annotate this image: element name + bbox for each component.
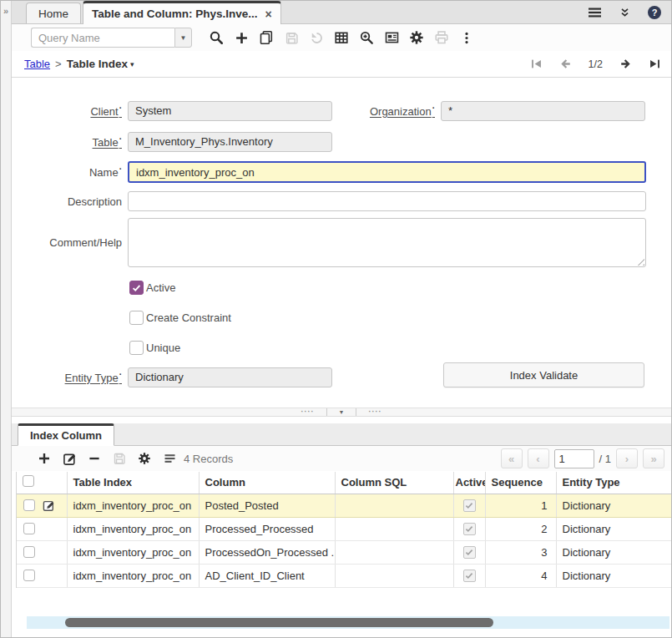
table-row[interactable]: idxm_inventory_proc_onPosted_Posted1Dict… bbox=[17, 494, 672, 517]
cell-column-sql bbox=[335, 494, 453, 517]
horizontal-scrollbar[interactable] bbox=[27, 616, 669, 629]
report-icon[interactable] bbox=[381, 27, 402, 48]
organization-field: * bbox=[441, 101, 645, 121]
cell-table-index: idxm_inventory_proc_on bbox=[67, 540, 199, 564]
page-number-input[interactable] bbox=[554, 449, 594, 468]
cell-column-sql bbox=[335, 564, 453, 587]
query-dropdown-button[interactable]: ▼ bbox=[174, 28, 192, 48]
column-header-table-index[interactable]: Table Index bbox=[67, 472, 199, 494]
row-select-checkbox[interactable] bbox=[23, 546, 35, 558]
cell-column: AD_Client_ID_Client bbox=[199, 564, 335, 587]
cell-table-index: idxm_inventory_proc_on bbox=[67, 564, 199, 587]
name-input[interactable] bbox=[128, 161, 646, 183]
window-tabbar: Home Table and Column: Phys.Inve... × ? bbox=[12, 1, 671, 24]
create-constraint-label: Create Constraint bbox=[146, 311, 231, 324]
table-field: M_Inventory_Phys.Inventory bbox=[128, 132, 332, 152]
grid-pagination: « ‹ / 1 › » bbox=[501, 448, 664, 468]
page-last-icon[interactable]: » bbox=[643, 448, 664, 468]
query-name-input[interactable] bbox=[31, 28, 174, 48]
expand-sidebar-icon[interactable]: » bbox=[3, 6, 8, 16]
table-row[interactable]: idxm_inventory_proc_onProcessedOn_Proces… bbox=[17, 540, 672, 564]
find-icon[interactable] bbox=[205, 27, 227, 48]
active-readonly-checkbox bbox=[463, 499, 476, 512]
tab-index-column[interactable]: Index Column bbox=[18, 423, 114, 446]
cell-sequence: 2 bbox=[485, 517, 556, 540]
row-select-checkbox[interactable] bbox=[23, 499, 35, 511]
application-window: » Home Table and Column: Phys.Inve... × … bbox=[0, 0, 672, 638]
help-icon[interactable]: ? bbox=[648, 6, 661, 19]
entity-type-label[interactable]: Entity Type· bbox=[24, 370, 122, 384]
page-previous-icon[interactable]: ‹ bbox=[528, 448, 549, 468]
more-actions-icon[interactable] bbox=[456, 27, 477, 48]
row-select-checkbox[interactable] bbox=[23, 570, 35, 581]
page-next-icon[interactable]: › bbox=[616, 448, 638, 468]
column-header-column-sql[interactable]: Column SQL bbox=[335, 472, 453, 494]
breadcrumb-table-link[interactable]: Table bbox=[24, 58, 50, 70]
page-first-icon[interactable]: « bbox=[501, 448, 523, 468]
splitter-grip-icon[interactable]: ···· bbox=[290, 408, 326, 416]
column-header-column[interactable]: Column bbox=[199, 472, 335, 494]
table-row: Table· M_Inventory_Phys.Inventory bbox=[24, 132, 646, 152]
first-record-icon[interactable] bbox=[530, 58, 543, 70]
close-tab-icon[interactable]: × bbox=[265, 8, 272, 21]
record-count: 4 Records bbox=[184, 453, 233, 465]
previous-record-icon[interactable] bbox=[559, 58, 572, 70]
create-constraint-checkbox[interactable] bbox=[129, 311, 144, 325]
new-record-icon[interactable] bbox=[230, 27, 252, 48]
save-icon bbox=[280, 27, 302, 48]
unique-checkbox-row[interactable]: Unique bbox=[129, 341, 180, 355]
scrollbar-thumb[interactable] bbox=[65, 618, 493, 627]
table-label[interactable]: Table· bbox=[24, 134, 122, 149]
unique-checkbox[interactable] bbox=[129, 341, 144, 355]
grid-header-row: Table IndexColumnColumn SQLActiveSequenc… bbox=[17, 472, 672, 494]
edit-record-icon[interactable] bbox=[43, 499, 55, 512]
active-checkbox-row[interactable]: Active bbox=[129, 281, 175, 295]
copy-record-icon[interactable] bbox=[255, 27, 277, 48]
active-checkbox[interactable] bbox=[129, 281, 144, 295]
create-constraint-checkbox-row[interactable]: Create Constraint bbox=[129, 311, 231, 325]
new-row-icon[interactable] bbox=[34, 448, 54, 468]
tab-home[interactable]: Home bbox=[26, 3, 81, 23]
select-all-checkbox[interactable] bbox=[23, 475, 34, 487]
client-label[interactable]: Client· bbox=[24, 104, 122, 118]
panel-splitter[interactable]: ···· ▼ ···· bbox=[12, 408, 671, 417]
grid-toggle-icon[interactable] bbox=[331, 27, 352, 48]
menu-icon[interactable] bbox=[588, 7, 602, 18]
table-row[interactable]: idxm_inventory_proc_onProcessed_Processe… bbox=[17, 517, 672, 540]
index-column-grid: Table IndexColumnColumn SQLActiveSequenc… bbox=[16, 472, 671, 588]
delete-row-icon[interactable] bbox=[84, 448, 104, 468]
print-icon bbox=[431, 27, 452, 48]
column-header-sequence[interactable]: Sequence bbox=[485, 472, 556, 494]
column-header-active[interactable]: Active bbox=[453, 472, 485, 494]
organization-label[interactable]: Organization· bbox=[332, 104, 435, 118]
table-row[interactable]: idxm_inventory_proc_onAD_Client_ID_Clien… bbox=[17, 564, 672, 587]
west-panel-collapsed[interactable]: » bbox=[1, 1, 12, 637]
breadcrumb-current-dropdown[interactable]: Table Index▾ bbox=[67, 58, 134, 70]
comment-label: Comment/Help bbox=[24, 236, 122, 249]
tab-label: Table and Column: Phys.Inve... bbox=[92, 8, 258, 20]
splitter-collapse-icon[interactable]: ▼ bbox=[326, 408, 357, 416]
index-validate-button[interactable]: Index Validate bbox=[443, 362, 644, 387]
undo-icon bbox=[306, 27, 327, 48]
process-icon[interactable] bbox=[406, 27, 427, 48]
row-select-checkbox[interactable] bbox=[23, 523, 35, 534]
active-readonly-checkbox bbox=[463, 570, 476, 582]
cell-column-sql bbox=[335, 517, 453, 540]
next-record-icon[interactable] bbox=[619, 58, 632, 70]
cell-column-sql bbox=[335, 540, 453, 564]
expand-all-icon[interactable] bbox=[619, 7, 631, 18]
record-position: 1/2 bbox=[589, 58, 603, 70]
tab-table-and-column[interactable]: Table and Column: Phys.Inve... × bbox=[83, 1, 281, 24]
mandatory-indicator: · bbox=[119, 104, 122, 113]
splitter-grip-icon[interactable]: ···· bbox=[356, 408, 393, 416]
last-record-icon[interactable] bbox=[649, 58, 661, 70]
description-label: Description bbox=[24, 195, 122, 208]
customize-grid-icon[interactable] bbox=[134, 448, 154, 468]
mandatory-indicator: · bbox=[432, 104, 435, 113]
comment-textarea[interactable] bbox=[128, 218, 646, 267]
mandatory-indicator: · bbox=[119, 370, 122, 379]
zoom-across-icon[interactable] bbox=[356, 27, 377, 48]
description-input[interactable] bbox=[128, 191, 646, 211]
edit-row-icon[interactable] bbox=[59, 448, 79, 468]
column-header-entity-type[interactable]: Entity Type bbox=[556, 472, 672, 494]
